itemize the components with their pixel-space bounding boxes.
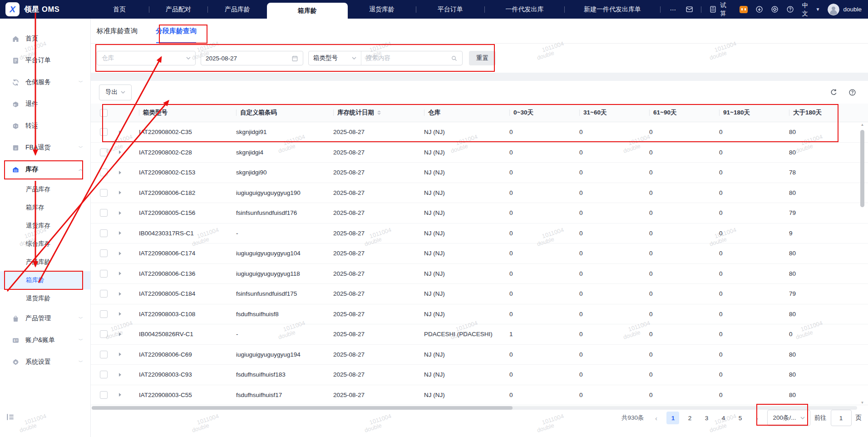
top-tab-box-age[interactable]: 箱库龄 (267, 3, 348, 19)
expand-row-icon[interactable] (119, 272, 121, 275)
export-button[interactable]: 导出 (99, 84, 132, 100)
sidebar-subitem-return-age[interactable]: 退货库龄 (0, 289, 90, 308)
page-button-4[interactable]: 4 (717, 412, 730, 424)
row-checkbox[interactable] (100, 290, 108, 298)
sidebar-subitem-product-age[interactable]: 产品库龄 (0, 253, 90, 271)
goto-page-input[interactable]: 1 (831, 410, 852, 426)
page-button-5[interactable]: 5 (734, 412, 746, 424)
top-tab-dropship-outbound[interactable]: 一件代发出库 (485, 0, 564, 19)
settings-badge-icon[interactable] (771, 5, 779, 14)
sidebar-subitem-product-inventory[interactable]: 产品库存 (0, 180, 90, 199)
column-header-2[interactable]: 箱类型号 (135, 109, 232, 117)
refresh-icon[interactable] (830, 89, 838, 96)
row-checkbox[interactable] (100, 351, 108, 358)
page-button-1[interactable]: 1 (666, 412, 679, 424)
top-tab-return-age[interactable]: 退货库龄 (348, 0, 416, 19)
sidebar-item-accounts-billing[interactable]: $账户&账单﹀ (0, 329, 90, 351)
sidebar-item-transfer[interactable]: 转运 (0, 115, 90, 137)
vertical-scrollbar[interactable]: ▲ ▼ (860, 123, 865, 405)
top-tab-more[interactable]: ⋯ (661, 0, 686, 19)
sidebar-item-inventory[interactable]: 库存︿ (0, 159, 90, 180)
sidebar-item-product-management[interactable]: 产品管理﹀ (0, 308, 90, 329)
download-icon[interactable] (755, 5, 763, 14)
row-checkbox[interactable] (100, 249, 108, 257)
sidebar-subitem-combined-inventory[interactable]: 综合库存 (0, 235, 90, 253)
column-header-6[interactable]: 0~30天 (506, 109, 576, 117)
date-input[interactable]: 2025-08-27 (201, 51, 303, 65)
sort-icons[interactable] (377, 110, 381, 115)
scroll-up-icon[interactable]: ▲ (860, 123, 865, 127)
row-checkbox[interactable] (100, 209, 108, 217)
sidebar-item-returns[interactable]: 退件 (0, 93, 90, 115)
row-checkbox[interactable] (100, 371, 108, 378)
language-switcher[interactable]: 中文 ▼ (802, 1, 820, 18)
expand-row-icon[interactable] (119, 191, 121, 194)
column-header-7[interactable]: 31~60天 (576, 109, 646, 117)
help-icon[interactable] (786, 5, 794, 14)
page-size-select[interactable]: 200条/... (767, 410, 810, 426)
column-header-3[interactable]: 自定义箱条码 (232, 109, 330, 117)
row-checkbox[interactable] (100, 310, 108, 318)
sidebar-item-fba-returns[interactable]: aFBA退货﹀ (0, 137, 90, 159)
expand-row-icon[interactable] (119, 130, 121, 134)
sidebar-collapse-icon[interactable] (6, 412, 15, 421)
search-field-select[interactable]: 箱类型号 (309, 51, 361, 65)
row-checkbox[interactable] (100, 128, 108, 136)
column-header-4[interactable]: 库存统计日期 (330, 109, 420, 117)
top-tab-home[interactable]: 首页 (90, 0, 149, 19)
row-checkbox[interactable] (100, 229, 108, 237)
sort-desc-icon[interactable] (377, 113, 381, 115)
expand-row-icon[interactable] (119, 292, 121, 296)
expand-row-icon[interactable] (119, 211, 121, 215)
top-tab-product-age[interactable]: 产品库龄 (208, 0, 267, 19)
message-icon[interactable] (686, 5, 693, 14)
sidebar-subitem-return-inventory[interactable]: 退货库存 (0, 217, 90, 235)
expand-row-icon[interactable] (119, 333, 121, 336)
scroll-down-icon[interactable]: ▼ (860, 401, 865, 405)
expand-row-icon[interactable] (119, 353, 121, 356)
reset-button[interactable]: 重置 (469, 51, 496, 65)
header-select-all[interactable] (91, 109, 115, 117)
sidebar-subitem-box-age[interactable]: 箱库龄 (0, 271, 90, 289)
page-button-3[interactable]: 3 (700, 412, 713, 424)
sort-asc-icon[interactable] (377, 110, 381, 112)
top-tab-platform-orders[interactable]: 平台订单 (416, 0, 484, 19)
row-checkbox[interactable] (100, 149, 108, 156)
sidebar-item-warehouse-service[interactable]: 仓储服务﹀ (0, 71, 90, 93)
row-checkbox[interactable] (100, 270, 108, 278)
column-header-10[interactable]: 大于180天 (785, 109, 858, 117)
expand-row-icon[interactable] (119, 373, 121, 377)
warehouse-select[interactable]: 仓库 (97, 51, 196, 65)
column-header-9[interactable]: 91~180天 (715, 109, 785, 117)
column-header-5[interactable]: 仓库 (420, 109, 506, 117)
select-all-checkbox[interactable] (100, 109, 108, 117)
page-button-2[interactable]: 2 (683, 412, 696, 424)
sidebar-subitem-box-inventory[interactable]: 箱库存 (0, 199, 90, 217)
expand-row-icon[interactable] (119, 171, 121, 174)
assistant-robot-icon[interactable] (740, 6, 748, 13)
horizontal-scrollbar-thumb[interactable] (92, 406, 513, 410)
expand-row-icon[interactable] (119, 231, 121, 235)
help-circle-icon[interactable] (848, 89, 856, 96)
search-input[interactable]: 搜索内容 (361, 51, 462, 65)
expand-row-icon[interactable] (119, 393, 121, 397)
tab-segmented-age-query[interactable]: 分段库龄查询 (156, 19, 197, 43)
next-page-button[interactable]: › (750, 412, 763, 424)
sidebar-item-home[interactable]: 首页 (0, 28, 90, 50)
sidebar-item-platform-orders[interactable]: 平台订单 (0, 50, 90, 71)
expand-row-icon[interactable] (119, 312, 121, 316)
sidebar-item-system-settings[interactable]: 系统设置﹀ (0, 351, 90, 373)
row-checkbox[interactable] (100, 189, 108, 197)
top-tab-product-pairing[interactable]: 产品配对 (149, 0, 207, 19)
user-menu[interactable]: double (828, 4, 862, 15)
expand-row-icon[interactable] (119, 150, 121, 154)
row-checkbox[interactable] (100, 169, 108, 176)
row-checkbox[interactable] (100, 330, 108, 338)
column-header-8[interactable]: 61~90天 (646, 109, 715, 117)
prev-page-button[interactable]: ‹ (650, 412, 662, 424)
trial-calc-button[interactable]: 试算 (709, 1, 732, 18)
vertical-scrollbar-thumb[interactable] (860, 130, 864, 207)
tab-standard-age-query[interactable]: 标准库龄查询 (97, 19, 138, 43)
top-tab-new-dropship-outbound[interactable]: 新建一件代发出库单 (565, 0, 660, 19)
row-checkbox[interactable] (100, 391, 108, 399)
